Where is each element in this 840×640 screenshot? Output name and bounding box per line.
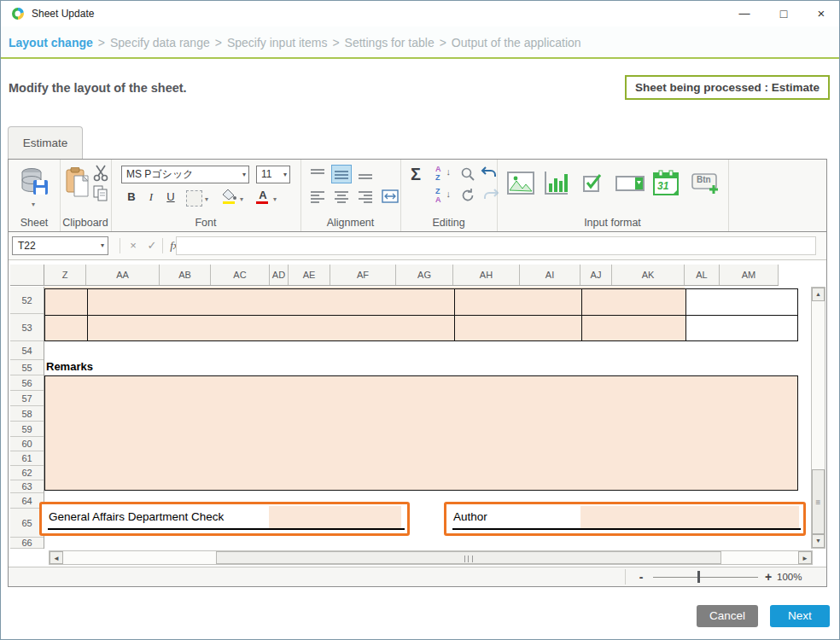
zoom-out-button[interactable]: - <box>636 567 646 586</box>
zoom-in-button[interactable]: + <box>763 567 773 586</box>
grid-corner[interactable] <box>10 265 44 285</box>
merge-cells-button[interactable] <box>380 187 400 206</box>
scroll-up-icon[interactable]: ▲ <box>812 288 825 301</box>
group-label-alignment: Alignment <box>300 217 400 229</box>
search-icon[interactable] <box>460 166 475 182</box>
zoom-slider-track[interactable] <box>653 577 758 578</box>
column-header[interactable]: AJ <box>580 265 612 285</box>
sheet-dropdown-caret-icon[interactable]: ▾ <box>32 201 35 208</box>
column-header[interactable]: AE <box>289 265 330 285</box>
column-header[interactable]: AA <box>86 265 160 285</box>
fill-color-button[interactable] <box>220 189 237 206</box>
align-center-button[interactable] <box>331 187 352 206</box>
column-header[interactable]: AK <box>612 265 685 285</box>
row-header[interactable]: 53 <box>10 314 44 341</box>
align-bottom-button[interactable] <box>355 165 376 183</box>
font-name-select[interactable]: MS Pゴシック ▾ <box>121 166 249 183</box>
sort-descending-button[interactable]: Z A ↓ <box>435 187 451 206</box>
sort-ascending-button[interactable]: A Z ↓ <box>435 165 451 183</box>
highlight-author[interactable]: Author <box>444 502 806 536</box>
picture-input-icon[interactable] <box>507 172 534 195</box>
vertical-scrollbar-thumb[interactable]: ≡ <box>812 469 825 534</box>
remarks-input-area[interactable] <box>44 375 798 491</box>
chart-input-icon[interactable] <box>542 170 569 195</box>
scroll-down-icon[interactable]: ▼ <box>812 534 825 548</box>
column-header[interactable]: Z <box>44 265 86 285</box>
horizontal-scrollbar-thumb[interactable] <box>216 551 721 564</box>
tab-estimate[interactable]: Estimate <box>8 126 83 159</box>
column-header[interactable]: AG <box>396 265 453 285</box>
button-input-icon[interactable]: Btn <box>691 173 720 195</box>
name-box[interactable]: T22 ▾ <box>12 236 108 255</box>
font-color-caret-icon[interactable]: ▾ <box>273 196 277 203</box>
author-input-cell[interactable] <box>580 506 799 528</box>
sheet-database-save-icon[interactable] <box>19 166 50 199</box>
paste-icon[interactable] <box>66 167 89 197</box>
font-size-select[interactable]: 11 ▾ <box>256 166 290 183</box>
scroll-right-icon[interactable]: ► <box>798 551 812 564</box>
copy-icon[interactable] <box>93 185 108 202</box>
vertical-scrollbar[interactable]: ▲ ≡ ▼ <box>811 287 825 549</box>
column-header[interactable]: AB <box>160 265 211 285</box>
column-header[interactable]: AL <box>685 265 720 285</box>
row-header[interactable]: 55 <box>10 360 44 375</box>
bold-button[interactable]: B <box>123 189 140 206</box>
cancel-button[interactable]: Cancel <box>697 605 758 627</box>
align-right-button[interactable] <box>355 187 376 206</box>
calendar-day-label: 31 <box>657 180 668 192</box>
next-button[interactable]: Next <box>770 605 830 627</box>
column-header[interactable]: AH <box>453 265 520 285</box>
group-label-editing: Editing <box>400 217 497 229</box>
scroll-left-icon[interactable]: ◄ <box>50 551 63 564</box>
row-header[interactable]: 63 <box>10 480 44 493</box>
column-header[interactable]: AI <box>520 265 580 285</box>
table-rows-52-53[interactable] <box>44 288 798 341</box>
row-header[interactable]: 56 <box>10 375 44 391</box>
column-header[interactable]: AC <box>211 265 270 285</box>
formula-bar-row: T22 ▾ × ✓ fx <box>9 232 826 260</box>
maximize-button[interactable]: □ <box>769 1 798 26</box>
group-label-sheet: Sheet <box>9 217 60 229</box>
cell-remarks[interactable]: Remarks <box>46 360 93 373</box>
row-header[interactable]: 52 <box>10 287 44 314</box>
calendar-input-icon[interactable]: 31 <box>652 170 680 197</box>
refresh-icon[interactable] <box>460 188 475 203</box>
column-header[interactable]: AF <box>330 265 396 285</box>
italic-button[interactable]: I <box>143 189 160 206</box>
borders-button[interactable] <box>186 190 202 207</box>
minimize-button[interactable]: — <box>730 1 759 26</box>
column-header[interactable]: AD <box>270 265 289 285</box>
checkbox-input-icon[interactable] <box>582 173 603 194</box>
row-header[interactable]: 62 <box>10 466 44 480</box>
row-header[interactable]: 57 <box>10 391 44 406</box>
align-middle-button[interactable] <box>331 165 352 183</box>
underline-button[interactable]: U <box>162 189 179 206</box>
cut-icon[interactable] <box>92 165 109 182</box>
undo-icon[interactable] <box>481 165 498 180</box>
close-button[interactable]: × <box>807 1 836 26</box>
highlight-gad-check[interactable]: General Affairs Department Check <box>39 502 410 536</box>
formula-enter-icon[interactable]: ✓ <box>143 236 160 255</box>
group-label-clipboard: Clipboard <box>60 217 111 229</box>
formula-input[interactable] <box>176 236 816 255</box>
zoom-slider-thumb[interactable] <box>697 571 700 583</box>
row-header[interactable]: 58 <box>10 406 44 422</box>
row-header[interactable]: 61 <box>10 451 44 466</box>
sum-button[interactable]: Σ <box>411 165 421 183</box>
column-header[interactable]: AM <box>720 265 779 285</box>
fill-color-caret-icon[interactable]: ▾ <box>240 196 243 203</box>
row-header[interactable]: 66 <box>10 538 44 549</box>
borders-caret-icon[interactable]: ▾ <box>205 196 208 203</box>
combobox-input-icon[interactable] <box>615 175 645 192</box>
row-header[interactable]: 59 <box>10 422 44 437</box>
row-header[interactable]: 60 <box>10 437 44 451</box>
ribbon-group-editing: Σ A Z ↓ Z A ↓ <box>400 160 498 231</box>
row-header[interactable]: 54 <box>10 341 44 360</box>
align-left-button[interactable] <box>307 187 328 206</box>
formula-cancel-icon[interactable]: × <box>125 236 142 255</box>
font-color-button[interactable]: A <box>254 187 271 204</box>
gad-check-input-cell[interactable] <box>269 506 401 528</box>
breadcrumb-step: > <box>332 36 339 49</box>
horizontal-scrollbar[interactable]: ◄ ► <box>49 550 813 565</box>
align-top-button[interactable] <box>307 165 328 183</box>
